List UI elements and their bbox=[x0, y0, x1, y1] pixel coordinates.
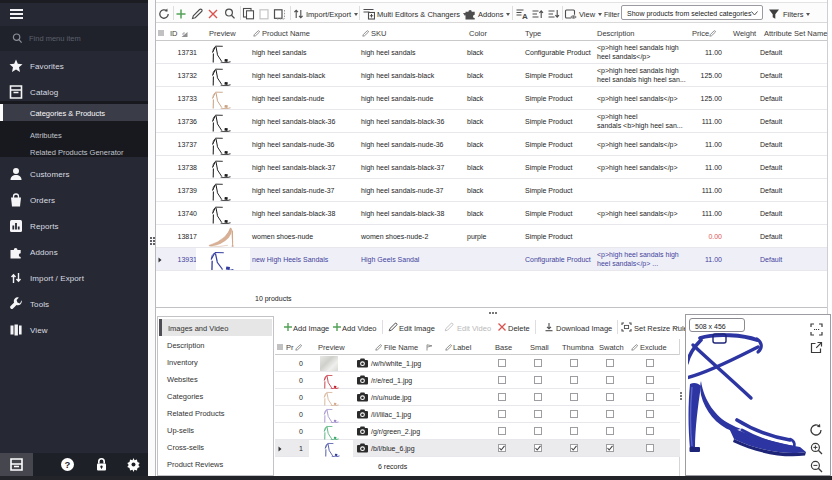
svg-text:?: ? bbox=[65, 459, 71, 470]
svg-text:A: A bbox=[522, 12, 528, 20]
